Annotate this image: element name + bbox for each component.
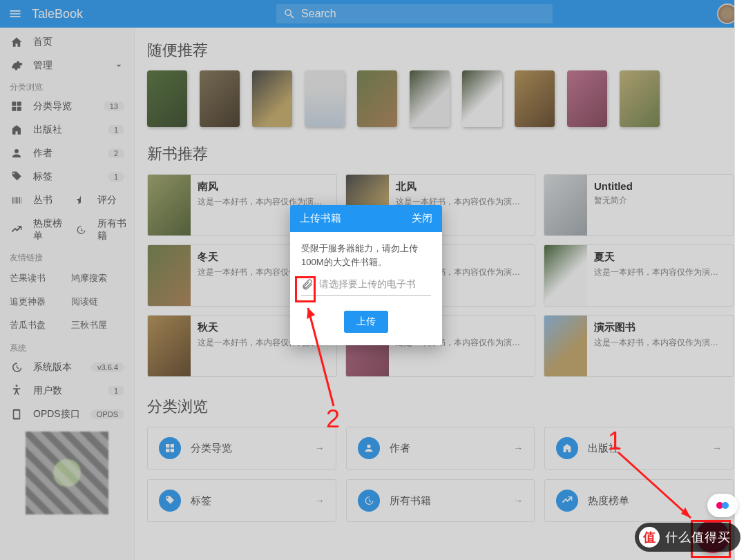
annotation-label-1: 1 <box>608 427 622 456</box>
upload-submit-button[interactable]: 上传 <box>344 311 388 333</box>
smzdm-watermark: 值 什么值得买 <box>635 523 740 552</box>
dialog-title: 上传书籍 <box>300 212 341 225</box>
file-input[interactable]: 请选择要上传的电子书 <box>301 278 431 296</box>
dialog-close-button[interactable]: 关闭 <box>412 212 432 225</box>
annotation-label-2: 2 <box>326 405 340 434</box>
smzdm-logo-icon: 值 <box>639 527 660 548</box>
dialog-message: 受限于服务器能力，请勿上传100M的大文件书籍。 <box>301 242 431 269</box>
annotation-box-paperclip <box>295 276 316 302</box>
smzdm-text: 什么值得买 <box>665 529 731 545</box>
brain-widget[interactable] <box>707 494 738 517</box>
upload-dialog: 上传书籍 关闭 受限于服务器能力，请勿上传100M的大文件书籍。 请选择要上传的… <box>290 205 442 345</box>
file-input-placeholder: 请选择要上传的电子书 <box>319 278 431 291</box>
scrollbar-region[interactable] <box>734 0 746 560</box>
